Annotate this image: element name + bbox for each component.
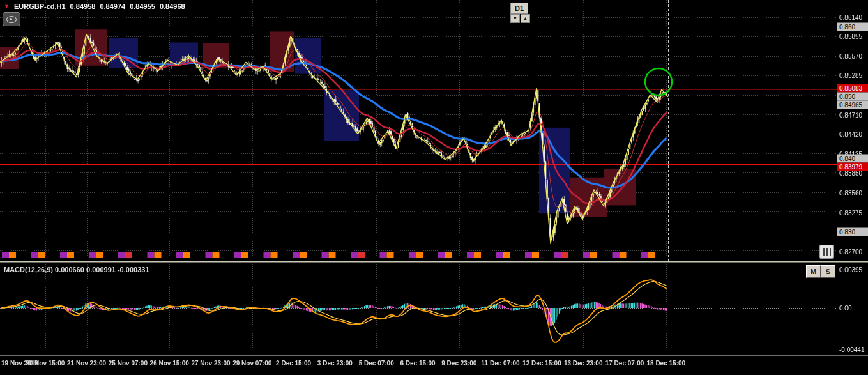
chart-canvas[interactable] <box>0 0 868 375</box>
time-scale-label: 11 Dec 07:00 <box>482 360 520 367</box>
price-level-tag: 0.84965 <box>837 101 868 109</box>
price-scale-label: 0.84420 <box>839 131 862 138</box>
price-scale-label: 0.86140 <box>839 14 862 21</box>
price-level-tag: 0.840 <box>837 155 868 163</box>
time-scale-label: 18 Dec 15:00 <box>646 360 685 367</box>
price-scale-label: 0.84710 <box>839 112 862 119</box>
period-down-button[interactable]: ▼ <box>510 14 520 23</box>
price-scale-label: 0.83560 <box>839 190 862 197</box>
quick-panel-icon[interactable] <box>819 245 834 259</box>
time-scale-label: 17 Dec 07:00 <box>605 360 644 367</box>
period-selector-button[interactable]: D1 <box>510 3 528 14</box>
price-scale-label: 0.85570 <box>839 53 862 60</box>
period-up-button[interactable]: ▲ <box>521 14 530 23</box>
price-scale-label: 0.85855 <box>839 33 862 40</box>
time-scale-label: 29 Nov 07:00 <box>232 360 271 367</box>
quote-high: 0.84974 <box>100 3 125 10</box>
indicator-visibility-button[interactable] <box>3 12 20 26</box>
quote-open: 0.84958 <box>70 3 96 10</box>
price-scale-label: 0.85285 <box>839 72 862 79</box>
symbol-name: EURGBP-cd,H1 <box>14 3 66 10</box>
quote-close: 0.84968 <box>160 3 185 10</box>
time-scale-label: 9 Dec 23:00 <box>441 360 476 367</box>
trading-terminal-window: ▼ EURGBP-cd,H1 0.84958 0.84974 0.84955 0… <box>0 0 868 375</box>
time-scale-label: 3 Dec 23:00 <box>317 360 353 367</box>
price-level-tag: 0.830 <box>837 228 868 236</box>
price-level-tag: 0.850 <box>837 93 868 101</box>
symbol-info: ▼ EURGBP-cd,H1 0.84958 0.84974 0.84955 0… <box>4 3 185 10</box>
eye-icon <box>6 16 17 23</box>
macd-scale-label: 0.00 <box>839 305 851 312</box>
macd-indicator-label: MACD(12,26,9) 0.000660 0.000991 -0.00033… <box>4 266 149 273</box>
macd-scale-label: 0.00395 <box>839 266 862 273</box>
button-s[interactable]: S <box>821 265 835 278</box>
quote-low: 0.84955 <box>130 3 155 10</box>
time-scale-label: 25 Nov 07:00 <box>109 360 148 367</box>
time-scale-label: 6 Dec 15:00 <box>400 360 435 367</box>
time-scale-label: 2 Dec 15:00 <box>276 360 311 367</box>
button-m[interactable]: M <box>806 265 821 278</box>
time-scale-label: 12 Dec 15:00 <box>522 360 561 367</box>
time-scale-label: 26 Nov 15:00 <box>150 360 189 367</box>
price-line-tag: 0.83979 <box>837 163 868 171</box>
price-line-tag: 0.85083 <box>837 84 868 93</box>
sell-arrow-icon: ▼ <box>4 3 10 10</box>
time-scale-label: 27 Nov 23:00 <box>191 360 230 367</box>
price-level-tag: 0.860 <box>837 23 868 31</box>
price-scale-label: 0.83275 <box>839 210 862 217</box>
period-widget: ▼ ▲ <box>510 14 530 23</box>
time-scale-label: 13 Dec 23:00 <box>564 360 603 367</box>
price-scale-label: 0.82700 <box>839 249 862 256</box>
time-scale-label: 21 Nov 23:00 <box>67 360 106 367</box>
time-scale-label: 5 Dec 07:00 <box>359 360 394 367</box>
macd-scale-label: -0.00441 <box>839 346 864 353</box>
time-scale-label: 20 Nov 15:00 <box>26 360 65 367</box>
